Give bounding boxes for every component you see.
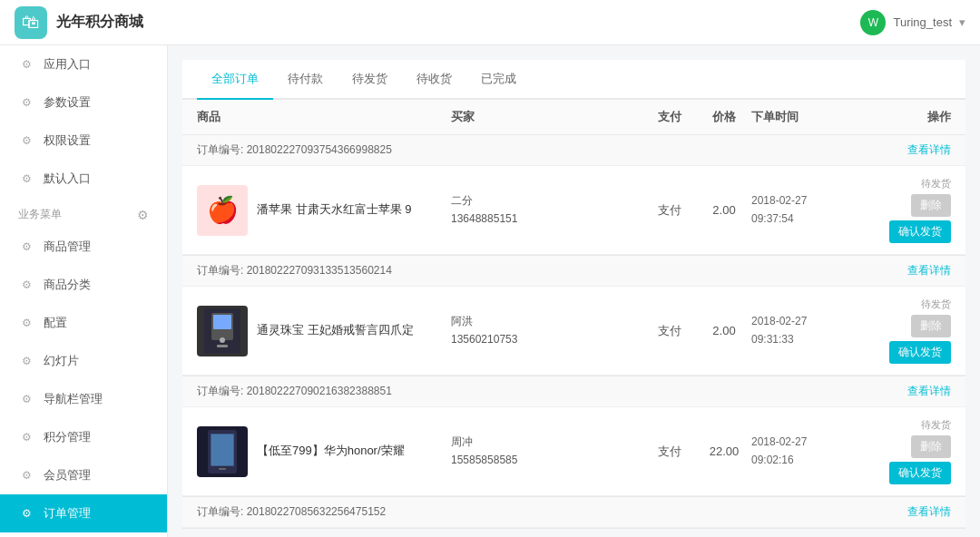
product-cell-2: 通灵珠宝 王妃婚戒誓言四爪定 <box>197 306 451 356</box>
sidebar-item-label: 默认入口 <box>44 171 91 187</box>
order-time-2: 09:31:33 <box>751 331 860 348</box>
confirm-ship-button-2[interactable]: 确认发货 <box>889 341 951 364</box>
header: 🛍 光年积分商城 W Turing_test ▾ <box>0 0 980 45</box>
product-cell-3: 【低至799】华为honor/荣耀 <box>197 426 451 477</box>
buyer-name-1: 二分 <box>451 192 642 210</box>
table-row-1: 🍎 潘苹果 甘肃天水红富士苹果 9 二分 13648885151 支付 2.00… <box>182 166 965 255</box>
sidebar-item-points-management[interactable]: ⚙ 积分管理 <box>0 418 167 456</box>
sidebar-item-app-entry[interactable]: ⚙ 应用入口 <box>0 45 167 83</box>
buyer-name-2: 阿洪 <box>451 313 642 330</box>
svg-rect-2 <box>213 315 231 329</box>
main-content: 全部订单 待付款 待发货 待收货 已完成 商品 买家 支付 价格 下单时间 操作… <box>168 45 980 537</box>
product-image-3 <box>197 426 248 477</box>
delete-button-2[interactable]: 删除 <box>911 315 951 337</box>
product-name-3: 【低至799】华为honor/荣耀 <box>257 443 405 459</box>
order-no-row-1: 订单编号: 201802227093754366998825 查看详情 <box>182 135 965 166</box>
tab-pending-ship[interactable]: 待发货 <box>338 60 402 100</box>
header-left: 🛍 光年积分商城 <box>15 6 143 39</box>
avatar: W <box>860 10 886 35</box>
sidebar-item-permission-settings[interactable]: ⚙ 权限设置 <box>0 122 167 160</box>
gear-icon: ⚙ <box>18 277 34 293</box>
time-cell-2: 2018-02-27 09:31:33 <box>751 313 860 347</box>
table-row-3: 【低至799】华为honor/荣耀 周冲 15585858585 支付 22.0… <box>182 407 965 496</box>
sidebar-item-order-management[interactable]: ⚙ 订单管理 <box>0 494 167 532</box>
status-badge-3: 待发货 <box>921 418 951 432</box>
order-number-2: 订单编号: 201802227093133513560214 <box>197 263 392 278</box>
gear-icon: ⚙ <box>18 56 34 73</box>
confirm-ship-button-3[interactable]: 确认发货 <box>889 462 951 484</box>
gear-icon: ⚙ <box>18 353 34 369</box>
order-group-2: 订单编号: 201802227093133513560214 查看详情 <box>182 256 965 376</box>
sidebar: ⚙ 应用入口 ⚙ 参数设置 ⚙ 权限设置 ⚙ 默认入口 业务菜单 ⚙ ⚙ 商品管… <box>0 45 168 537</box>
gear-icon: ⚙ <box>18 171 34 187</box>
buyer-phone-3: 15585858585 <box>451 452 642 469</box>
sidebar-item-slideshow[interactable]: ⚙ 幻灯片 <box>0 342 167 380</box>
sidebar-item-product-management[interactable]: ⚙ 商品管理 <box>0 228 167 266</box>
tab-completed[interactable]: 已完成 <box>466 60 531 100</box>
col-header-buyer: 买家 <box>451 109 642 125</box>
col-header-product: 商品 <box>197 109 451 125</box>
table-header: 商品 买家 支付 价格 下单时间 操作 <box>182 100 965 135</box>
tab-bar: 全部订单 待付款 待发货 待收货 已完成 <box>182 60 965 100</box>
order-detail-link-3[interactable]: 查看详情 <box>907 384 951 399</box>
order-group-1: 订单编号: 201802227093754366998825 查看详情 🍎 潘苹… <box>182 135 965 256</box>
svg-rect-4 <box>217 345 228 347</box>
col-header-action: 操作 <box>860 109 951 125</box>
gear-icon: ⚙ <box>18 391 34 407</box>
order-time-3: 09:02:16 <box>751 452 860 469</box>
pay-cell-2: 支付 <box>642 323 697 339</box>
buyer-cell-1: 二分 13648885151 <box>451 192 642 227</box>
order-group-3: 订单编号: 201802227090216382388851 查看详情 <box>182 376 965 497</box>
buyer-name-3: 周冲 <box>451 434 642 451</box>
delete-button-3[interactable]: 删除 <box>911 435 951 458</box>
order-no-row-3: 订单编号: 201802227090216382388851 查看详情 <box>182 376 965 407</box>
order-group-4: 订单编号: 20180227085632256475152 查看详情 <box>182 497 965 529</box>
svg-point-3 <box>220 337 225 343</box>
status-badge-1: 待发货 <box>921 177 951 190</box>
logo-icon: 🛍 <box>22 12 40 33</box>
sidebar-item-member-management[interactable]: ⚙ 会员管理 <box>0 456 167 494</box>
order-date-1: 2018-02-27 <box>751 192 860 210</box>
sidebar-item-default-entry[interactable]: ⚙ 默认入口 <box>0 160 167 198</box>
sidebar-item-product-category[interactable]: ⚙ 商品分类 <box>0 266 167 304</box>
section-gear-icon[interactable]: ⚙ <box>137 208 149 222</box>
delete-button-1[interactable]: 删除 <box>911 194 951 217</box>
action-cell-1: 待发货 删除 确认发货 <box>860 177 951 243</box>
sidebar-item-config[interactable]: ⚙ 配置 <box>0 304 167 342</box>
gear-icon: ⚙ <box>18 467 34 483</box>
gear-icon: ⚙ <box>18 94 34 111</box>
time-cell-1: 2018-02-27 09:37:54 <box>751 192 860 227</box>
action-cell-2: 待发货 删除 确认发货 <box>860 298 951 364</box>
status-badge-2: 待发货 <box>921 298 951 311</box>
sidebar-item-label: 权限设置 <box>44 132 91 149</box>
table-row-2: 通灵珠宝 王妃婚戒誓言四爪定 阿洪 13560210753 支付 2.00 20… <box>182 287 965 376</box>
order-detail-link-1[interactable]: 查看详情 <box>907 142 951 158</box>
order-detail-link-2[interactable]: 查看详情 <box>907 263 951 278</box>
dropdown-icon[interactable]: ▾ <box>959 15 965 29</box>
order-number-1: 订单编号: 201802227093754366998825 <box>197 142 392 158</box>
confirm-ship-button-1[interactable]: 确认发货 <box>889 220 951 243</box>
product-cell-1: 🍎 潘苹果 甘肃天水红富士苹果 9 <box>197 185 451 236</box>
product-image-2 <box>197 306 248 356</box>
buyer-phone-2: 13560210753 <box>451 331 642 348</box>
buyer-cell-3: 周冲 15585858585 <box>451 434 642 468</box>
tab-pending-pay[interactable]: 待付款 <box>273 60 338 100</box>
order-date-3: 2018-02-27 <box>751 434 860 451</box>
col-header-pay: 支付 <box>642 109 697 125</box>
sidebar-item-label: 参数设置 <box>44 94 91 111</box>
product-name-1: 潘苹果 甘肃天水红富士苹果 9 <box>257 201 411 218</box>
order-detail-link-4[interactable]: 查看详情 <box>907 504 951 520</box>
time-cell-3: 2018-02-27 09:02:16 <box>751 434 860 468</box>
tab-pending-receive[interactable]: 待收货 <box>402 60 466 100</box>
sidebar-item-label: 积分管理 <box>44 429 91 445</box>
header-right: W Turing_test ▾ <box>860 10 965 35</box>
order-number-4: 订单编号: 20180227085632256475152 <box>197 504 386 520</box>
sidebar-item-label: 应用入口 <box>44 56 91 73</box>
username: Turing_test <box>893 15 952 29</box>
buyer-phone-1: 13648885151 <box>451 210 642 228</box>
sidebar-item-param-settings[interactable]: ⚙ 参数设置 <box>0 83 167 122</box>
sidebar-item-nav-management[interactable]: ⚙ 导航栏管理 <box>0 380 167 418</box>
gear-icon: ⚙ <box>18 429 34 445</box>
tab-all-orders[interactable]: 全部订单 <box>197 60 273 100</box>
gear-icon: ⚙ <box>18 315 34 331</box>
